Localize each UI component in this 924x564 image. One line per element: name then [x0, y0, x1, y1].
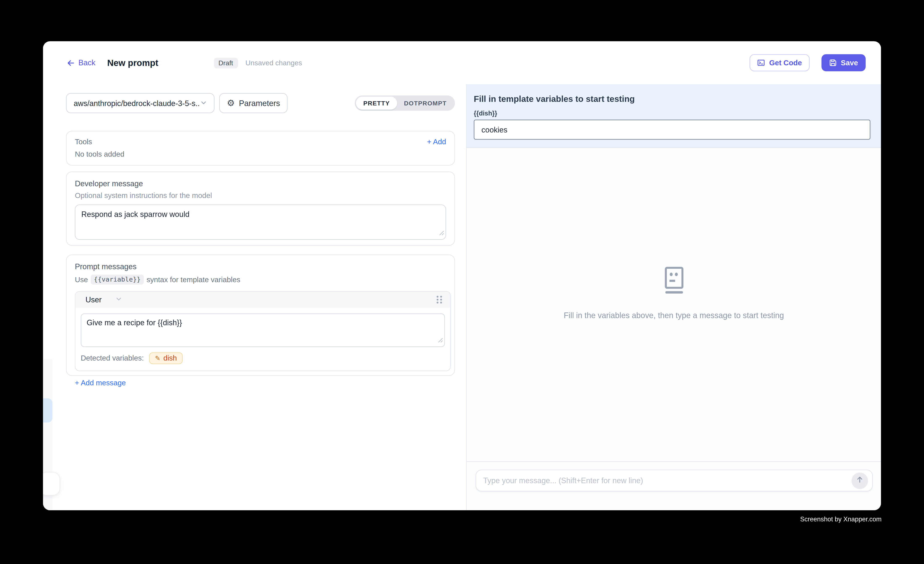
developer-message-card: Developer message Optional system instru…	[66, 171, 455, 246]
add-tool-button[interactable]: + Add	[427, 138, 446, 146]
detected-variables-label: Detected variables:	[81, 354, 144, 362]
developer-message-subtitle: Optional system instructions for the mod…	[75, 192, 446, 200]
robot-face-icon	[662, 266, 686, 297]
variable-syntax-chip: {{variable}}	[91, 274, 144, 285]
watermark-text: Screenshot by Xnapper.com	[800, 516, 882, 523]
back-label: Back	[78, 58, 95, 67]
developer-message-title: Developer message	[75, 179, 446, 188]
variable-value-input[interactable]	[474, 120, 870, 140]
model-select[interactable]: aws/anthropic/bedrock-claude-3-5-s...	[66, 93, 214, 113]
app-header: Back New prompt Draft Unsaved changes Ge…	[43, 41, 881, 84]
header-actions: Get Code Save	[750, 54, 866, 71]
screenshot-canvas: Back New prompt Draft Unsaved changes Ge…	[0, 0, 924, 564]
get-code-label: Get Code	[769, 58, 802, 67]
variable-chip-label: dish	[164, 354, 177, 362]
main-content: aws/anthropic/bedrock-claude-3-5-s... ⚙ …	[43, 84, 881, 510]
app-window: Back New prompt Draft Unsaved changes Ge…	[43, 41, 881, 510]
test-panel: Fill in template variables to start test…	[466, 84, 881, 510]
add-message-button[interactable]: + Add message	[75, 379, 126, 387]
back-arrow-icon	[67, 58, 75, 67]
save-icon	[829, 59, 837, 67]
model-toolbar: aws/anthropic/bedrock-claude-3-5-s... ⚙ …	[66, 93, 455, 113]
gear-icon: ⚙	[227, 99, 235, 108]
drag-handle[interactable]	[436, 296, 442, 303]
edit-pencil-icon: ✎	[155, 355, 160, 362]
parameters-label: Parameters	[239, 99, 280, 108]
template-variables-section: Fill in template variables to start test…	[466, 84, 881, 148]
clipped-corner-card	[43, 472, 60, 495]
prompt-messages-title: Prompt messages	[75, 262, 446, 271]
save-button[interactable]: Save	[821, 54, 866, 71]
chevron-down-icon	[116, 295, 122, 304]
hint-prefix: Use	[75, 276, 88, 284]
terminal-icon	[758, 59, 765, 67]
variable-key-label: {{dish}}	[474, 110, 870, 117]
variables-heading: Fill in template variables to start test…	[474, 94, 870, 104]
get-code-button[interactable]: Get Code	[750, 54, 810, 71]
back-button[interactable]: Back	[67, 58, 95, 67]
tools-empty-text: No tools added	[75, 150, 446, 159]
composer-bar	[466, 461, 881, 510]
parameters-button[interactable]: ⚙ Parameters	[219, 93, 288, 113]
tools-card: Tools + Add No tools added	[66, 131, 455, 166]
message-block: User	[75, 291, 451, 371]
view-mode-toggle: PRETTY DOTPROMPT	[355, 96, 455, 111]
prompt-messages-card: Prompt messages Use {{variable}} syntax …	[66, 255, 455, 376]
send-button[interactable]	[852, 472, 868, 489]
stage: Back New prompt Draft Unsaved changes Ge…	[0, 0, 924, 564]
clipped-sidebar-active-item	[43, 398, 52, 423]
chat-empty-state-text: Fill in the variables above, then type a…	[564, 311, 784, 320]
unsaved-changes-text: Unsaved changes	[246, 58, 302, 67]
status-badge: Draft	[214, 57, 238, 68]
message-content-input[interactable]: Give me a recipe for {{dish}}	[81, 314, 445, 347]
developer-message-input[interactable]: Respond as jack sparrow would	[75, 204, 446, 240]
message-header: User	[75, 292, 450, 308]
chat-empty-state: Fill in the variables above, then type a…	[466, 148, 881, 461]
page-title: New prompt	[107, 58, 158, 68]
model-select-value: aws/anthropic/bedrock-claude-3-5-s...	[74, 99, 200, 108]
message-role-select[interactable]: User	[86, 295, 122, 304]
arrow-up-icon	[855, 476, 864, 486]
hint-suffix: syntax for template variables	[147, 276, 240, 284]
prompt-editor-panel: aws/anthropic/bedrock-claude-3-5-s... ⚙ …	[43, 84, 466, 510]
save-label: Save	[841, 58, 858, 67]
toggle-dotprompt[interactable]: DOTPROMPT	[397, 97, 454, 110]
message-role-value: User	[86, 295, 102, 304]
variable-chip-dish[interactable]: ✎ dish	[149, 352, 183, 364]
template-syntax-hint: Use {{variable}} syntax for template var…	[75, 274, 446, 285]
tools-title: Tools	[75, 138, 92, 146]
composer-field	[476, 470, 873, 491]
toggle-pretty[interactable]: PRETTY	[356, 97, 397, 110]
chat-message-input[interactable]	[483, 476, 852, 485]
chevron-down-icon	[200, 99, 207, 108]
detected-variables-row: Detected variables: ✎ dish	[75, 347, 450, 370]
